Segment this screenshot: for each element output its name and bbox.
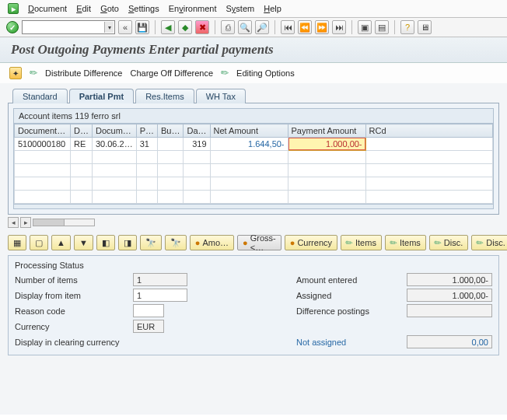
disc-label: Disc. <box>486 238 505 247</box>
help-icon[interactable]: ? <box>400 20 414 34</box>
amount-entered-field: 1.000,00- <box>407 273 492 286</box>
cancel-icon[interactable]: ✖ <box>195 20 209 34</box>
horizontal-scrollbar[interactable]: ◂ ▸ <box>8 215 499 230</box>
cell-net-amount[interactable]: 1.644,50- <box>210 138 288 151</box>
system-toolbar: ✓ ▾ « 💾 ◀ ◆ ✖ ⎙ 🔍 🔎 ⏮ ⏪ ⏩ ⏭ ▣ ▤ ? 🖥 <box>0 18 507 37</box>
find-next-icon[interactable]: 🔎 <box>255 20 269 34</box>
reason-code-field[interactable] <box>133 304 164 317</box>
tabstrip: Standard Partial Pmt Res.Items WH Tax <box>8 88 499 103</box>
first-page-icon[interactable]: ⏮ <box>281 20 295 34</box>
menu-help[interactable]: Help <box>264 4 281 13</box>
enter-icon[interactable]: ✓ <box>6 21 19 33</box>
separator <box>215 20 215 34</box>
menu-goto[interactable]: Goto <box>100 4 119 13</box>
exit-icon[interactable]: ◆ <box>178 20 192 34</box>
find-next-button[interactable]: 🔭 <box>165 235 187 250</box>
scroll-track[interactable] <box>33 219 95 226</box>
col-document[interactable]: Document… <box>15 124 71 138</box>
tab-wh-tax[interactable]: WH Tax <box>196 89 246 103</box>
sort-asc-button[interactable]: ▲ <box>51 235 71 250</box>
cell-da[interactable]: 319 <box>184 138 210 151</box>
col-p[interactable]: P… <box>136 124 157 138</box>
find-button[interactable]: 🔭 <box>140 235 162 250</box>
cell-rcd[interactable] <box>365 138 492 151</box>
tab-res-items[interactable]: Res.Items <box>135 89 194 103</box>
pencil-strike-icon: ✎ <box>474 236 486 249</box>
account-items-grid: Account items 119 ferro srl Document… D…… <box>13 108 494 205</box>
last-page-icon[interactable]: ⏭ <box>332 20 346 34</box>
table-row[interactable] <box>15 164 493 177</box>
table-row[interactable] <box>15 191 493 204</box>
back-icon[interactable]: ◀ <box>161 20 175 34</box>
disc-activate-button[interactable]: ✎Disc. <box>429 235 468 250</box>
charge-off-difference-button[interactable]: Charge Off Difference <box>130 68 213 78</box>
currency-label: Currency <box>297 238 332 247</box>
action-row: ▦ ▢ ▲ ▼ ◧ ◨ 🔭 🔭 ●Amo… ●Gross-<… ●Currenc… <box>8 230 499 255</box>
amount-button[interactable]: ●Amo… <box>190 235 234 250</box>
display-from-field[interactable]: 1 <box>133 289 187 302</box>
layout-icon[interactable]: 🖥 <box>418 20 432 34</box>
col-left-icon: ◧ <box>102 238 110 248</box>
coin-icon: ● <box>243 238 248 247</box>
not-assigned-field: 0,00 <box>407 335 492 348</box>
currency-button[interactable]: ●Currency <box>285 235 337 250</box>
shortcut-icon[interactable]: ▤ <box>375 20 389 34</box>
assigned-field: 1.000,00- <box>407 289 492 302</box>
menu-settings[interactable]: Settings <box>128 4 159 13</box>
col-d[interactable]: D… <box>71 124 93 138</box>
menu-document[interactable]: DDocumentocument <box>28 4 67 13</box>
menu-edit[interactable]: Edit <box>76 4 91 13</box>
collapse-icon[interactable]: « <box>118 20 132 34</box>
diff-postings-field <box>407 304 492 317</box>
col-docdate[interactable]: Docum… <box>92 124 136 138</box>
new-session-icon[interactable]: ▣ <box>358 20 372 34</box>
col-rcd[interactable]: RCd <box>365 124 492 138</box>
scroll-right-icon[interactable]: ▸ <box>20 217 31 228</box>
col-right-button[interactable]: ◨ <box>118 235 137 250</box>
command-dropdown-icon[interactable]: ▾ <box>104 22 114 33</box>
command-field[interactable] <box>22 20 115 34</box>
col-da[interactable]: Da… <box>184 124 210 138</box>
gross-button[interactable]: ●Gross-<… <box>237 235 281 250</box>
save-icon[interactable]: 💾 <box>135 20 149 34</box>
menu-system[interactable]: System <box>226 4 255 13</box>
select-all-button[interactable]: ▦ <box>8 235 26 250</box>
next-page-icon[interactable]: ⏩ <box>315 20 329 34</box>
items-deactivate-button[interactable]: ✎Items <box>385 235 426 250</box>
binoculars-icon: 🔭 <box>145 238 156 248</box>
print-icon[interactable]: ⎙ <box>221 20 235 34</box>
tab-standard[interactable]: Standard <box>12 89 68 103</box>
tab-partial-pmt[interactable]: Partial Pmt <box>69 89 134 103</box>
sort-desc-button[interactable]: ▼ <box>74 235 93 250</box>
scroll-thumb[interactable] <box>33 219 65 226</box>
col-payment-amount[interactable]: Payment Amount <box>288 124 365 138</box>
table-row[interactable] <box>15 151 493 164</box>
cell-document[interactable]: 5100000180 <box>15 138 71 151</box>
cell-bu[interactable] <box>158 138 184 151</box>
cell-d[interactable]: RE <box>71 138 93 151</box>
coin-icon: ● <box>195 238 201 247</box>
items-activate-button[interactable]: ✎Items <box>341 235 382 250</box>
cell-payment-amount[interactable]: 1.000,00- <box>288 138 365 151</box>
table-row[interactable]: 5100000180 RE 30.06.2… 31 319 1.644,50- … <box>15 138 493 151</box>
distribute-difference-button[interactable]: Distribute Difference <box>45 68 122 78</box>
col-left-button[interactable]: ◧ <box>96 235 115 250</box>
scroll-left-icon[interactable]: ◂ <box>8 217 19 228</box>
menu-environment[interactable]: Environment <box>169 4 217 13</box>
cell-p[interactable]: 31 <box>136 138 157 151</box>
col-net-amount[interactable]: Net Amount <box>210 124 288 138</box>
editing-options-button[interactable]: Editing Options <box>236 68 295 78</box>
deselect-all-button[interactable]: ▢ <box>30 235 48 250</box>
find-icon[interactable]: 🔍 <box>238 20 252 34</box>
separator <box>274 20 275 34</box>
edit-icon[interactable]: ✎ <box>27 66 40 79</box>
disc-deactivate-button[interactable]: ✎Disc. <box>471 235 507 250</box>
table-row[interactable] <box>15 177 493 191</box>
pencil-icon: ✎ <box>432 236 444 249</box>
command-field-wrap: ▾ <box>22 20 115 34</box>
prev-page-icon[interactable]: ⏪ <box>298 20 312 34</box>
wizard-icon[interactable]: ✦ <box>9 67 22 79</box>
coin-icon: ● <box>290 238 295 247</box>
col-bu[interactable]: Bu… <box>158 124 184 138</box>
cell-docdate[interactable]: 30.06.2… <box>92 138 136 151</box>
